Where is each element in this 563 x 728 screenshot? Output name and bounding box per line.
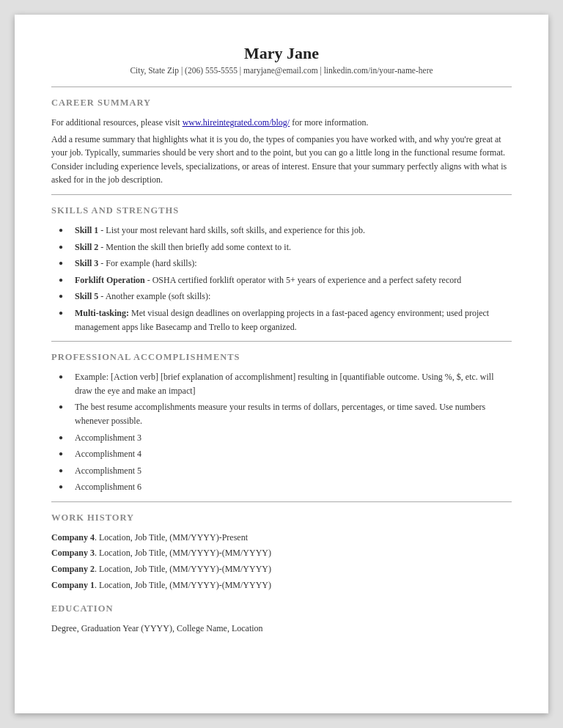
work-detail: . Location, Job Title, (MM/YYYY)-(MM/YYY… <box>95 564 271 574</box>
accomplishment-text: Accomplishment 3 <box>75 433 141 443</box>
skill-text: - For example (hard skills): <box>98 258 196 268</box>
skill-label: Skill 2 <box>75 242 98 252</box>
skill-label: Forklift Operation <box>75 275 145 285</box>
list-item: The best resume accomplishments measure … <box>59 400 512 427</box>
work-entry: Company 3. Location, Job Title, (MM/YYYY… <box>51 546 512 560</box>
education-section: EDUCATION Degree, Graduation Year (YYYY)… <box>51 603 512 636</box>
work-detail: . Location, Job Title, (MM/YYYY)-(MM/YYY… <box>95 580 271 590</box>
skill-label: Skill 3 <box>75 258 98 268</box>
company-name: Company 2 <box>51 564 95 574</box>
skills-list: Skill 1 - List your most relevant hard s… <box>51 224 512 334</box>
list-item: Accomplishment 3 <box>59 431 512 445</box>
work-detail: . Location, Job Title, (MM/YYYY)-(MM/YYY… <box>95 548 271 558</box>
list-item: Skill 5 - Another example (soft skills): <box>59 290 512 304</box>
skill-text: - Mention the skill then briefly add som… <box>98 242 291 252</box>
header-contact: City, State Zip | (206) 555-5555 | maryj… <box>51 66 512 75</box>
list-item: Multi-tasking: Met visual design deadlin… <box>59 306 512 334</box>
skill-text: Met visual design deadlines on overlappi… <box>75 308 489 332</box>
list-item: Accomplishment 5 <box>59 464 512 478</box>
list-item: Skill 1 - List your most relevant hard s… <box>59 224 512 238</box>
work-entry: Company 1. Location, Job Title, (MM/YYYY… <box>51 578 512 592</box>
list-item: Forklift Operation - OSHA certified fork… <box>59 273 512 287</box>
career-summary-intro: For additional resources, please visit w… <box>51 116 512 130</box>
accomplishment-text: Example: [Action verb] [brief explanatio… <box>75 372 494 396</box>
work-entry: Company 4. Location, Job Title, (MM/YYYY… <box>51 531 512 545</box>
skill-label: Multi-tasking: <box>75 308 129 318</box>
accomplishments-title: PROFESSIONAL ACCOMPLISHMENTS <box>51 352 512 363</box>
career-summary-paragraph: Add a resume summary that highlights wha… <box>51 133 512 187</box>
list-item: Example: [Action verb] [brief explanatio… <box>59 370 512 397</box>
list-item: Accomplishment 4 <box>59 447 512 461</box>
accomplishment-text: Accomplishment 6 <box>75 482 141 492</box>
career-summary-body: For additional resources, please visit w… <box>51 116 512 187</box>
education-title: EDUCATION <box>51 603 512 614</box>
accomplishment-text: Accomplishment 5 <box>75 466 141 476</box>
divider-after-header <box>51 87 512 87</box>
skill-text: - List your most relevant hard skills, s… <box>98 225 365 235</box>
skill-text: - Another example (soft skills): <box>98 291 210 301</box>
divider-after-summary <box>51 194 512 195</box>
accomplishment-text: The best resume accomplishments measure … <box>75 402 485 426</box>
divider-after-skills <box>51 341 512 342</box>
company-name: Company 1 <box>51 580 95 590</box>
career-summary-link[interactable]: www.hireintegrated.com/blog/ <box>183 117 290 128</box>
education-degree: Degree, Graduation Year (YYYY), College … <box>51 622 512 636</box>
skill-label: Skill 1 <box>75 225 98 235</box>
career-summary-intro-text: For additional resources, please visit <box>51 117 183 128</box>
list-item: Accomplishment 6 <box>59 480 512 494</box>
work-detail: . Location, Job Title, (MM/YYYY)-Present <box>95 532 248 543</box>
work-entry: Company 2. Location, Job Title, (MM/YYYY… <box>51 562 512 576</box>
accomplishments-list: Example: [Action verb] [brief explanatio… <box>51 370 512 494</box>
divider-after-accomplishments <box>51 501 512 502</box>
skills-section: SKILLS AND STRENGTHS Skill 1 - List your… <box>51 205 512 334</box>
list-item: Skill 2 - Mention the skill then briefly… <box>59 240 512 254</box>
resume-page: Mary Jane City, State Zip | (206) 555-55… <box>15 15 548 713</box>
skill-label: Skill 5 <box>75 291 98 301</box>
list-item: Skill 3 - For example (hard skills): <box>59 257 512 271</box>
accomplishments-section: PROFESSIONAL ACCOMPLISHMENTS Example: [A… <box>51 352 512 494</box>
career-summary-title: CAREER SUMMARY <box>51 98 512 109</box>
work-history-title: WORK HISTORY <box>51 512 512 523</box>
header-name: Mary Jane <box>51 44 512 63</box>
company-name: Company 4 <box>51 532 95 543</box>
career-summary-after: for more information. <box>290 117 368 128</box>
career-summary-section: CAREER SUMMARY For additional resources,… <box>51 98 512 187</box>
company-name: Company 3 <box>51 548 95 558</box>
resume-header: Mary Jane City, State Zip | (206) 555-55… <box>51 44 512 75</box>
work-history-section: WORK HISTORY Company 4. Location, Job Ti… <box>51 512 512 592</box>
skills-title: SKILLS AND STRENGTHS <box>51 205 512 216</box>
skill-text: - OSHA certified forklift operator with … <box>145 275 462 285</box>
accomplishment-text: Accomplishment 4 <box>75 449 141 459</box>
